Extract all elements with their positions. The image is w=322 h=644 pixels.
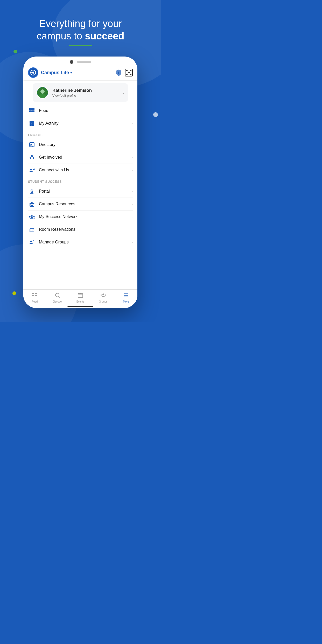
nav-more-label: More [123,300,129,303]
decorative-dot-yellow [12,291,16,295]
menu-item-manage-groups[interactable]: Manage Groups › [28,236,133,248]
room-reservations-label: Room Reservations [39,227,133,232]
feed-icon [28,108,36,114]
profile-subtitle: View/edit profile [52,94,123,97]
nav-item-discover[interactable]: Discover [46,292,69,304]
svg-rect-16 [32,121,34,123]
svg-rect-48 [35,295,37,296]
nav-events-icon [78,292,83,299]
app-title-row[interactable]: Campus Life ▾ [41,70,115,75]
get-involved-icon [28,155,36,160]
avatar [36,86,49,99]
svg-rect-38 [32,229,32,230]
nav-item-more[interactable]: More [115,292,137,304]
dropdown-chevron-icon: ▾ [70,71,72,75]
nav-feed-icon [32,292,38,299]
svg-rect-14 [30,121,32,124]
svg-rect-30 [31,205,33,206]
student-success-section: STUDENT SUCCESS Portal › [23,176,137,248]
connect-with-us-chevron-icon: › [131,168,133,172]
menu-item-portal[interactable]: Portal › [28,185,133,198]
my-success-network-label: My Success Network [39,214,131,219]
menu-item-my-success-network[interactable]: My Success Network › [28,211,133,223]
my-activity-label: My Activity [39,121,131,126]
manage-groups-label: Manage Groups [39,240,131,244]
connect-icon [28,167,36,173]
manage-groups-icon [28,239,36,245]
campus-logo-icon [30,69,36,76]
my-activity-chevron-icon: › [131,121,133,125]
directory-label: Directory [39,142,133,147]
phone-frame: Campus Life ▾ S [23,57,137,308]
campus-resources-chevron-icon: › [131,202,133,206]
svg-rect-40 [31,230,31,231]
nav-feed-label: Feed [32,300,38,303]
get-involved-label: Get Involved [39,155,131,160]
nav-item-groups[interactable]: Groups [92,292,115,304]
svg-point-42 [30,241,32,242]
nav-discover-icon [55,292,60,299]
svg-rect-51 [78,293,83,298]
svg-rect-47 [32,295,34,296]
menu-item-connect-with-us[interactable]: Connect with Us › [28,164,133,176]
svg-point-24 [33,157,34,158]
menu-item-room-reservations[interactable]: Room Reservations [28,223,133,236]
activity-icon [28,121,36,126]
header-icons: S [115,69,133,76]
svg-point-33 [31,215,33,217]
nav-discover-label: Discover [53,300,63,303]
nav-events-label: Events [76,300,85,303]
svg-point-57 [105,295,106,296]
directory-icon [28,142,36,148]
menu-item-feed[interactable]: Feed [28,104,133,117]
svg-rect-41 [32,230,32,231]
app-title: Campus Life [41,70,69,75]
nav-item-events[interactable]: Events [69,292,92,304]
engage-section: ENGAGE Directory [23,130,137,176]
feed-label: Feed [39,108,133,113]
svg-rect-31 [30,205,31,205]
profile-card[interactable]: Katherine Jemison View/edit profile › [33,83,128,102]
profile-section: Katherine Jemison View/edit profile › [23,83,137,102]
menu-item-get-involved[interactable]: Get Involved › [28,151,133,164]
phone-camera [70,60,73,64]
decorative-dot-green [13,50,17,53]
profile-chevron-icon: › [123,90,124,95]
shield-icon[interactable]: S [115,69,122,76]
top-menu: Feed My Activity › [23,104,137,130]
nav-groups-icon [100,292,106,299]
svg-rect-32 [33,205,33,205]
profile-info: Katherine Jemison View/edit profile [52,88,123,97]
phone-speaker [77,61,91,63]
room-reservations-icon [28,227,36,232]
qr-icon[interactable] [125,69,133,76]
svg-point-25 [30,169,32,170]
get-involved-chevron-icon: › [131,155,133,159]
portal-label: Portal [39,189,131,194]
success-network-icon [28,214,36,220]
menu-item-campus-resources[interactable]: Campus Resources › [28,198,133,211]
nav-groups-label: Groups [99,300,108,303]
svg-rect-11 [32,108,34,110]
nav-more-icon [123,292,129,299]
svg-rect-18 [30,143,34,147]
campus-resources-icon [28,201,36,207]
svg-point-55 [102,293,104,295]
svg-rect-37 [31,229,31,230]
menu-item-directory[interactable]: Directory [28,138,133,151]
app-header: Campus Life ▾ S [23,65,137,81]
svg-point-8 [40,89,45,94]
hero-line2: campus to [37,31,85,41]
nav-item-feed[interactable]: Feed [23,292,46,304]
svg-rect-46 [35,293,37,294]
svg-point-35 [33,216,35,217]
svg-point-49 [55,293,59,297]
connect-with-us-label: Connect with Us [39,168,131,172]
svg-text:S: S [118,71,120,74]
hero-section: Everything for your campus to succeed [0,18,161,46]
hero-line2-bold: succeed [85,31,124,41]
menu-item-my-activity[interactable]: My Activity › [28,117,133,130]
svg-line-50 [59,296,60,298]
decorative-dot-white [153,112,158,117]
svg-rect-17 [32,123,34,126]
